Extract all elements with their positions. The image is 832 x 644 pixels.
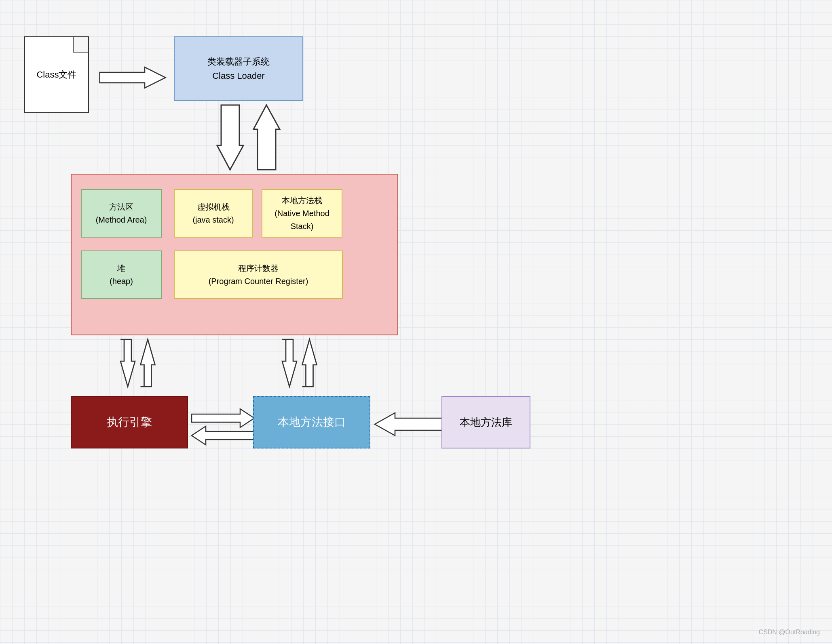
java-stack-line1: 虚拟机栈 — [197, 200, 230, 213]
method-area-box: 方法区 (Method Area) — [81, 189, 162, 238]
native-interface-box: 本地方法接口 — [253, 396, 370, 448]
watermark: CSDN @OutRoading — [759, 629, 820, 636]
svg-marker-0 — [100, 67, 166, 88]
arrow-updown-right — [275, 339, 327, 394]
svg-marker-9 — [375, 413, 443, 436]
native-stack-line2: (Native Method — [275, 207, 329, 220]
program-counter-line2: (Program Counter Register) — [209, 275, 308, 288]
arrow-bidir — [192, 408, 254, 450]
heap-line2: (heap) — [110, 275, 133, 288]
arrow-up-to-loader — [253, 105, 280, 171]
diagram-container: Class文件 类装载器子系统 Class Loader 方法区 (Method… — [0, 0, 832, 644]
exec-engine-box: 执行引擎 — [71, 396, 188, 448]
native-stack-box: 本地方法栈 (Native Method Stack) — [262, 189, 342, 238]
java-stack-box: 虚拟机栈 (java stack) — [174, 189, 253, 238]
method-area-line2: (Method Area) — [96, 213, 147, 226]
class-loader-line2: Class Loader — [212, 69, 265, 83]
class-loader-line1: 类装载器子系统 — [207, 55, 270, 69]
svg-marker-7 — [192, 409, 254, 427]
native-stack-line3: Stack) — [291, 220, 314, 233]
method-area-line1: 方法区 — [109, 200, 133, 213]
arrow-left-to-native — [375, 412, 443, 438]
heap-line1: 堆 — [117, 262, 125, 275]
svg-marker-5 — [282, 339, 297, 387]
svg-marker-1 — [217, 105, 243, 170]
svg-marker-2 — [253, 105, 280, 170]
native-stack-line1: 本地方法栈 — [282, 194, 322, 207]
native-interface-label: 本地方法接口 — [278, 415, 346, 430]
heap-box: 堆 (heap) — [81, 250, 162, 299]
native-lib-box: 本地方法库 — [441, 396, 530, 448]
java-stack-line2: (java stack) — [192, 213, 234, 226]
native-lib-label: 本地方法库 — [460, 415, 512, 429]
arrow-class-to-loader — [92, 65, 173, 90]
program-counter-box: 程序计数器 (Program Counter Register) — [174, 250, 343, 299]
svg-marker-6 — [302, 339, 317, 387]
svg-marker-3 — [120, 339, 135, 387]
svg-marker-4 — [141, 339, 155, 387]
exec-engine-label: 执行引擎 — [107, 415, 152, 430]
class-file-label: Class文件 — [36, 69, 76, 81]
program-counter-line1: 程序计数器 — [238, 262, 279, 275]
arrow-down-loader — [217, 105, 243, 171]
class-file-box: Class文件 — [24, 36, 89, 113]
class-loader-box: 类装载器子系统 Class Loader — [174, 36, 303, 101]
svg-marker-8 — [192, 426, 254, 445]
arrow-updown-left — [113, 339, 166, 394]
